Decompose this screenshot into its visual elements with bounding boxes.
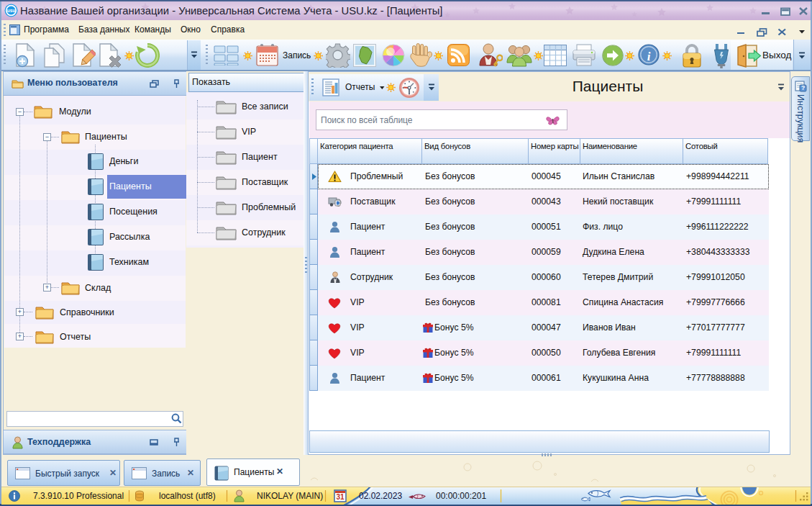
svg-text:i: i [647, 50, 651, 63]
svg-text:31: 31 [336, 493, 345, 501]
svg-text:?: ? [801, 84, 805, 91]
svg-text:usu: usu [7, 8, 16, 13]
